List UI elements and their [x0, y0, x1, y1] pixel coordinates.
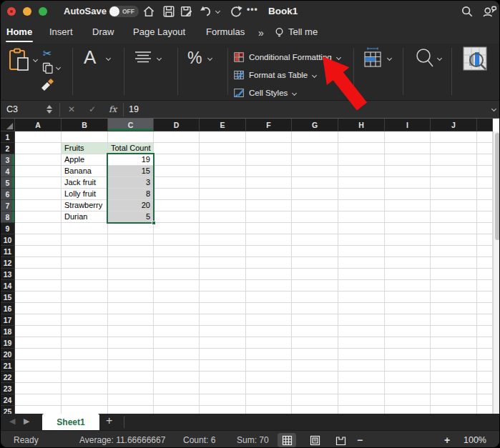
- alignment-icon[interactable]: [134, 51, 152, 64]
- cell-E15[interactable]: [200, 292, 246, 303]
- column-header-D[interactable]: D: [154, 119, 200, 131]
- cell-G19[interactable]: [292, 337, 338, 349]
- cell-G2[interactable]: [292, 143, 338, 154]
- cell-A10[interactable]: [15, 234, 62, 246]
- format-as-table-button[interactable]: Format as Table: [234, 69, 316, 81]
- cell-D8[interactable]: [154, 211, 200, 223]
- cell-A15[interactable]: [15, 292, 62, 303]
- cell-partial-18[interactable]: [477, 326, 493, 337]
- cell-C16[interactable]: [108, 303, 154, 314]
- formula-input[interactable]: 19: [129, 104, 139, 114]
- cell-C25[interactable]: [108, 406, 154, 414]
- row-header-1[interactable]: 1: [1, 131, 15, 143]
- row-header-8[interactable]: 8: [1, 211, 15, 223]
- cell-partial-17[interactable]: [477, 314, 493, 326]
- cell-C6[interactable]: 8: [108, 189, 154, 200]
- cell-J3[interactable]: [431, 154, 477, 166]
- row-header-12[interactable]: 12: [1, 257, 15, 269]
- cell-I19[interactable]: [385, 337, 431, 349]
- cut-icon[interactable]: ✂: [43, 47, 52, 60]
- column-header-partial[interactable]: [477, 119, 493, 131]
- cell-B6[interactable]: Lolly fruit: [62, 189, 108, 200]
- cell-I2[interactable]: [385, 143, 431, 154]
- cell-I15[interactable]: [385, 292, 431, 303]
- cell-G21[interactable]: [292, 360, 338, 372]
- cell-D19[interactable]: [154, 337, 200, 349]
- cell-E14[interactable]: [200, 280, 246, 292]
- cell-B2[interactable]: Fruits: [62, 143, 108, 154]
- cell-partial-22[interactable]: [477, 372, 493, 383]
- cell-I6[interactable]: [385, 189, 431, 200]
- cell-styles-button[interactable]: Cell Styles: [234, 87, 296, 99]
- cell-G20[interactable]: [292, 349, 338, 360]
- cell-D17[interactable]: [154, 314, 200, 326]
- page-layout-view-button[interactable]: [305, 433, 324, 447]
- cell-I1[interactable]: [385, 131, 431, 143]
- cell-F4[interactable]: [246, 166, 292, 177]
- row-header-3[interactable]: 3: [1, 154, 15, 166]
- cell-A11[interactable]: [15, 246, 62, 257]
- cell-E23[interactable]: [200, 383, 246, 394]
- cell-J14[interactable]: [431, 280, 477, 292]
- cell-H2[interactable]: [338, 143, 385, 154]
- cell-C7[interactable]: 20: [108, 200, 154, 211]
- cell-E12[interactable]: [200, 257, 246, 269]
- cell-E7[interactable]: [200, 200, 246, 211]
- cell-G12[interactable]: [292, 257, 338, 269]
- cell-G7[interactable]: [292, 200, 338, 211]
- cell-B18[interactable]: [62, 326, 108, 337]
- cell-A21[interactable]: [15, 360, 62, 372]
- cell-J7[interactable]: [431, 200, 477, 211]
- row-header-24[interactable]: 24: [1, 394, 15, 406]
- cells-dropdown-chevron[interactable]: [387, 56, 392, 61]
- cell-F7[interactable]: [246, 200, 292, 211]
- cells-icon[interactable]: [362, 47, 383, 69]
- cell-G3[interactable]: [292, 154, 338, 166]
- cell-J21[interactable]: [431, 360, 477, 372]
- cell-I3[interactable]: [385, 154, 431, 166]
- name-box-stepper[interactable]: [46, 105, 52, 114]
- cell-E2[interactable]: [200, 143, 246, 154]
- cell-G4[interactable]: [292, 166, 338, 177]
- cell-J25[interactable]: [431, 406, 477, 414]
- column-header-H[interactable]: H: [338, 119, 385, 131]
- cell-F16[interactable]: [246, 303, 292, 314]
- cell-A7[interactable]: [15, 200, 62, 211]
- minimize-window-button[interactable]: [23, 7, 31, 16]
- cell-G22[interactable]: [292, 372, 338, 383]
- next-sheet-icon[interactable]: ▶: [24, 417, 29, 426]
- cell-A16[interactable]: [15, 303, 62, 314]
- cell-I17[interactable]: [385, 314, 431, 326]
- row-header-14[interactable]: 14: [1, 280, 15, 292]
- cell-partial-25[interactable]: [477, 406, 493, 414]
- save-as-icon[interactable]: [180, 5, 193, 18]
- autosave-toggle[interactable]: OFF: [109, 6, 139, 17]
- column-header-J[interactable]: J: [431, 119, 477, 131]
- cell-A14[interactable]: [15, 280, 62, 292]
- cell-partial-14[interactable]: [477, 280, 493, 292]
- confirm-icon[interactable]: ✓: [89, 104, 96, 114]
- cell-I11[interactable]: [385, 246, 431, 257]
- cell-E21[interactable]: [200, 360, 246, 372]
- cell-I5[interactable]: [385, 177, 431, 189]
- cell-F17[interactable]: [246, 314, 292, 326]
- row-header-22[interactable]: 22: [1, 372, 15, 383]
- cell-partial-15[interactable]: [477, 292, 493, 303]
- cell-J12[interactable]: [431, 257, 477, 269]
- cell-H18[interactable]: [338, 326, 385, 337]
- cell-I14[interactable]: [385, 280, 431, 292]
- cell-G18[interactable]: [292, 326, 338, 337]
- cell-C3[interactable]: 19: [108, 154, 154, 166]
- cell-E13[interactable]: [200, 269, 246, 280]
- cell-E18[interactable]: [200, 326, 246, 337]
- cell-I13[interactable]: [385, 269, 431, 280]
- cell-partial-4[interactable]: [477, 166, 493, 177]
- tab-draw[interactable]: Draw: [92, 26, 114, 37]
- cell-partial-12[interactable]: [477, 257, 493, 269]
- cell-B15[interactable]: [62, 292, 108, 303]
- cell-I7[interactable]: [385, 200, 431, 211]
- cell-A19[interactable]: [15, 337, 62, 349]
- cell-D2[interactable]: [154, 143, 200, 154]
- cell-E1[interactable]: [200, 131, 246, 143]
- cell-G10[interactable]: [292, 234, 338, 246]
